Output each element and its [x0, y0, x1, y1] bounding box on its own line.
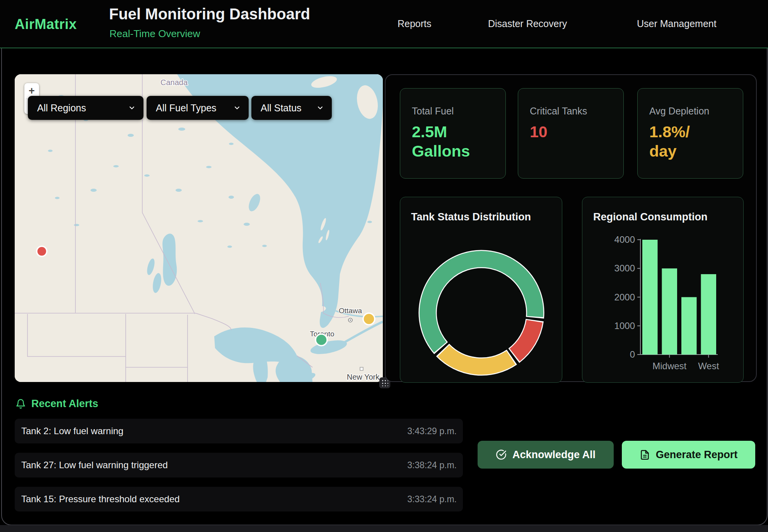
recent-alerts-header: Recent Alerts: [15, 397, 98, 411]
alert-text: Tank 15: Pressure threshold exceeded: [21, 494, 180, 505]
header-bar: AirMatrix Fuel Monitoring Dashboard Real…: [0, 0, 768, 48]
stat-card-total-fuel: Total Fuel2.5M Gallons: [400, 88, 506, 179]
tank-marker-warning[interactable]: [363, 313, 375, 325]
map-panel[interactable]: CanadaOttawaTorontoNew York: [15, 74, 383, 382]
dropdown-value: All Status: [261, 102, 302, 114]
x-tick-label: Midwest: [652, 361, 686, 371]
alert-text: Tank 27: Low fuel warning triggered: [21, 460, 168, 471]
y-tick-label: 0: [630, 349, 635, 360]
status-filter-dropdown[interactable]: All Status: [251, 96, 332, 120]
page-title: Fuel Monitoring Dashboard: [109, 5, 310, 23]
chevron-down-icon: [128, 104, 136, 112]
tank-marker-critical[interactable]: [37, 246, 47, 256]
stat-label: Critical Tanks: [530, 106, 612, 117]
file-text-icon: [640, 450, 650, 460]
dropdown-value: All Fuel Types: [156, 102, 217, 114]
nav-item-user-management[interactable]: User Management: [637, 0, 717, 48]
stat-value: 10: [530, 122, 612, 142]
tank-status-title: Tank Status Distribution: [411, 211, 531, 223]
chevron-down-icon: [233, 104, 241, 112]
nav-item-label: Reports: [398, 18, 432, 29]
bar-midwest[interactable]: [662, 268, 678, 355]
y-tick-label: 1000: [614, 321, 635, 331]
map-canvas[interactable]: CanadaOttawaTorontoNew York: [15, 74, 383, 382]
map-place-label: Canada: [160, 78, 188, 87]
acknowledge-all-label: Acknowledge All: [512, 449, 596, 461]
nav-item-reports[interactable]: Reports: [398, 0, 432, 48]
stat-card-critical-tanks: Critical Tanks10: [518, 88, 624, 179]
bar-west[interactable]: [701, 274, 717, 355]
alert-timestamp: 3:43:29 p.m.: [407, 426, 457, 437]
y-tick-label: 2000: [614, 292, 635, 302]
regional-consumption-panel: Regional Consumption 01000200030004000Mi…: [582, 197, 744, 383]
stat-value: 2.5M Gallons: [412, 122, 494, 161]
stat-label: Total Fuel: [412, 106, 494, 117]
stat-label: Avg Depletion: [649, 106, 731, 117]
regional-consumption-bar-chart: 01000200030004000MidwestWest: [582, 197, 744, 383]
stat-value: 1.8%/ day: [649, 122, 731, 161]
acknowledge-all-button[interactable]: Acknowledge All: [478, 441, 614, 469]
generate-report-button[interactable]: Generate Report: [622, 441, 755, 469]
alert-text: Tank 2: Low fuel warning: [21, 426, 123, 437]
bar-series-1[interactable]: [642, 240, 658, 355]
alert-row[interactable]: Tank 27: Low fuel warning triggered3:38:…: [15, 453, 463, 477]
page-subtitle: Real-Time Overview: [109, 28, 200, 40]
doughnut-segment-normal[interactable]: [428, 259, 535, 347]
regional-consumption-title: Regional Consumption: [593, 211, 707, 223]
alert-row[interactable]: Tank 2: Low fuel warning3:43:29 p.m.: [15, 419, 463, 443]
bar-series-3[interactable]: [681, 297, 697, 355]
tank-status-doughnut-chart: [400, 197, 563, 383]
dropdown-value: All Regions: [37, 102, 86, 114]
app-logo: AirMatrix: [15, 16, 77, 32]
nav-item-disaster-recovery[interactable]: Disaster Recovery: [488, 0, 567, 48]
recent-alerts-title: Recent Alerts: [31, 398, 98, 410]
y-tick-label: 3000: [614, 263, 635, 273]
map-lake-winnipeg: [162, 234, 177, 286]
alert-timestamp: 3:38:24 p.m.: [407, 460, 457, 471]
y-tick-label: 4000: [614, 234, 635, 245]
city-dot-icon: [360, 367, 363, 370]
alert-timestamp: 3:33:24 p.m.: [407, 494, 457, 505]
stat-card-avg-depletion: Avg Depletion1.8%/ day: [637, 88, 743, 179]
fuel-type-filter-dropdown[interactable]: All Fuel Types: [147, 96, 249, 120]
region-filter-dropdown[interactable]: All Regions: [28, 96, 143, 120]
chevron-down-icon: [316, 104, 324, 112]
tank-status-panel: Tank Status Distribution: [400, 197, 562, 383]
bell-icon: [15, 399, 26, 409]
generate-report-label: Generate Report: [656, 449, 738, 461]
x-tick-label: West: [698, 361, 719, 371]
tank-marker-normal[interactable]: [316, 334, 327, 346]
check-circle-icon: [496, 449, 507, 460]
town-dot-icon: [348, 318, 352, 322]
overview-panel: Total Fuel2.5M GallonsCritical Tanks10Av…: [385, 74, 757, 382]
map-place-label: Ottawa: [339, 307, 362, 315]
nav-item-label: Disaster Recovery: [488, 18, 567, 29]
nav-item-label: User Management: [637, 18, 717, 29]
alert-row[interactable]: Tank 15: Pressure threshold exceeded3:33…: [15, 487, 463, 512]
map-place-label: New York: [347, 373, 380, 381]
bottom-strip: [0, 525, 768, 532]
